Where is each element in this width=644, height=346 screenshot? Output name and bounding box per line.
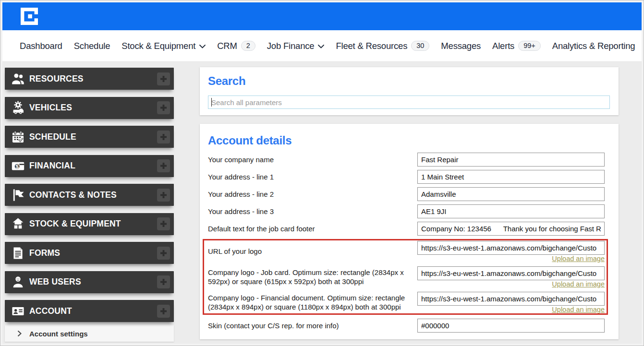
sidebar-item-web-users[interactable]: WEB USERS	[5, 271, 174, 293]
skin-input[interactable]	[417, 319, 605, 333]
app-frame: Dashboard Schedule Stock & Equipment CRM…	[2, 2, 642, 344]
sidebar-item-label: RESOURCES	[29, 74, 84, 84]
nav-label: Analytics & Reporting	[552, 41, 635, 51]
account-details-card: Account details Your company name Your a…	[200, 124, 619, 339]
sidebar: RESOURCES	[5, 68, 174, 342]
field-label: Company logo - Financial document. Optim…	[208, 294, 417, 312]
highlight-red-box: URL of your logo Upload an image Company…	[203, 239, 608, 315]
field-label: Your address - line 3	[208, 207, 417, 215]
sidebar-item-label: VEHICLES	[29, 103, 72, 113]
sidebar-item-resources[interactable]: RESOURCES	[5, 68, 174, 90]
field-label: Company logo - Job card. Optimum size: r…	[208, 268, 417, 286]
nav-job-finance[interactable]: Job Finance	[267, 41, 325, 51]
add-account-button[interactable]	[157, 305, 170, 318]
chevron-right-icon	[17, 330, 22, 337]
address-line-1-input[interactable]	[417, 170, 605, 184]
plus-icon	[160, 75, 167, 83]
sidebar-item-vehicles[interactable]: VEHICLES	[5, 97, 174, 119]
field-label: Your address - line 2	[208, 190, 417, 198]
add-resources-button[interactable]	[157, 72, 170, 85]
search-title: Search	[208, 74, 610, 88]
sidebar-item-label: CONTACTS & NOTES	[29, 190, 117, 200]
address-line-3-input[interactable]	[417, 204, 605, 218]
sidebar-item-label: WEB USERS	[29, 277, 81, 287]
wallet-icon: $	[11, 159, 25, 173]
plus-icon	[160, 133, 167, 141]
add-web-users-button[interactable]	[157, 275, 170, 288]
nav-messages[interactable]: Messages	[441, 41, 481, 51]
main-nav: Dashboard Schedule Stock & Equipment CRM…	[2, 30, 642, 62]
add-contacts-notes-button[interactable]	[157, 189, 170, 202]
alerts-badge: 99+	[518, 41, 541, 51]
document-icon	[11, 246, 25, 260]
nav-label: Messages	[441, 41, 481, 51]
svg-text:$: $	[15, 164, 19, 169]
nav-label: CRM	[217, 41, 237, 51]
sidebar-item-label: FORMS	[29, 248, 60, 258]
plus-icon	[160, 220, 167, 227]
sidebar-item-account-settings[interactable]: Account settings	[5, 325, 174, 342]
logo-job-card-input[interactable]	[417, 266, 605, 280]
sidebar-item-financial[interactable]: $ FINANCIAL	[5, 155, 174, 177]
search-input[interactable]	[208, 95, 610, 109]
nav-label: Stock & Equipment	[122, 41, 195, 51]
plus-icon	[160, 250, 167, 257]
plus-icon	[160, 308, 167, 315]
form-row-address-1: Your address - line 1	[208, 170, 605, 184]
upload-image-link[interactable]: Upload an image	[552, 306, 605, 313]
add-financial-button[interactable]	[157, 159, 170, 172]
nav-alerts[interactable]: Alerts 99+	[492, 41, 541, 51]
field-label: Your company name	[208, 155, 417, 164]
account-fields: Your company name Your address - line 1 …	[208, 153, 605, 236]
logo-url-input[interactable]	[417, 241, 605, 255]
field-label: Skin (contact your C/S rep. for more inf…	[208, 322, 417, 330]
nav-dashboard[interactable]: Dashboard	[20, 41, 62, 51]
sidebar-item-account[interactable]: ACCOUNT	[5, 300, 174, 322]
field-label: Your address - line 1	[208, 173, 417, 181]
form-row-logo-financial: Company logo - Financial document. Optim…	[208, 292, 605, 313]
form-row-skin: Skin (contact your C/S rep. for more inf…	[208, 319, 605, 333]
nav-fleet-resources[interactable]: Fleet & Resources 30	[336, 41, 429, 51]
sidebar-item-schedule[interactable]: SCHEDULE	[5, 126, 174, 148]
text-cursor	[211, 98, 212, 107]
nav-crm[interactable]: CRM 2	[217, 41, 255, 51]
add-schedule-button[interactable]	[157, 131, 170, 143]
account-settings-label: Account settings	[29, 330, 88, 338]
search-card: Search	[200, 67, 619, 115]
sidebar-item-label: FINANCIAL	[29, 161, 75, 171]
logo-financial-input[interactable]	[417, 292, 605, 306]
add-vehicles-button[interactable]	[157, 101, 170, 114]
sidebar-item-contacts-notes[interactable]: CONTACTS & NOTES	[5, 184, 174, 206]
add-forms-button[interactable]	[157, 247, 170, 260]
nav-schedule[interactable]: Schedule	[74, 41, 110, 51]
address-line-2-input[interactable]	[417, 187, 605, 201]
calendar-icon	[11, 130, 25, 144]
upload-image-link[interactable]: Upload an image	[552, 255, 605, 262]
upload-image-link[interactable]: Upload an image	[552, 281, 605, 288]
flag-icon	[11, 188, 25, 202]
nav-stock-equipment[interactable]: Stock & Equipment	[122, 41, 206, 51]
chevron-down-icon	[199, 45, 206, 48]
field-label: Default text for the job card footer	[208, 225, 417, 233]
company-name-input[interactable]	[417, 153, 605, 167]
bigchange-logo-icon[interactable]	[21, 8, 38, 25]
form-row-logo-url: URL of your logo Upload an image	[208, 241, 605, 262]
add-stock-equipment-button[interactable]	[157, 217, 170, 230]
chevron-down-icon	[318, 45, 324, 48]
sidebar-item-label: STOCK & EQUIPMENT	[29, 219, 121, 229]
nav-label: Fleet & Resources	[336, 41, 407, 51]
sidebar-item-stock-equipment[interactable]: STOCK & EQUIPMENT	[5, 213, 174, 235]
form-row-logo-job-card: Company logo - Job card. Optimum size: r…	[208, 266, 605, 288]
nav-analytics-reporting[interactable]: Analytics & Reporting	[552, 41, 635, 51]
crm-badge: 2	[241, 41, 255, 51]
account-details-title: Account details	[208, 134, 605, 147]
form-row-company-name: Your company name	[208, 153, 605, 167]
nav-label: Job Finance	[267, 41, 315, 51]
sidebar-item-label: SCHEDULE	[29, 132, 76, 142]
bigchange-app-window: Dashboard Schedule Stock & Equipment CRM…	[0, 0, 644, 346]
nav-label: Schedule	[74, 41, 110, 51]
content-area: RESOURCES	[2, 62, 642, 344]
gear-truck-icon	[11, 101, 25, 115]
sidebar-item-forms[interactable]: FORMS	[5, 242, 174, 264]
job-card-footer-input[interactable]	[417, 222, 605, 236]
